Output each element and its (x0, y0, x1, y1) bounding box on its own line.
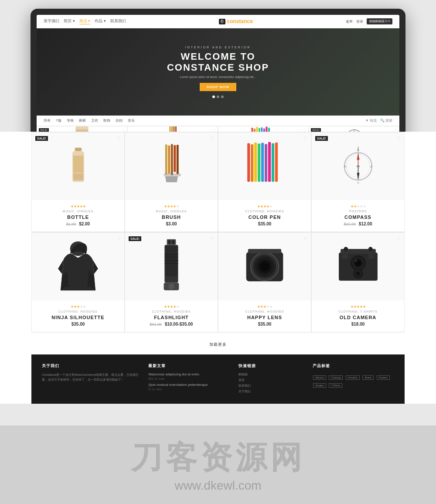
cat-shoes[interactable]: 鞋饰 (103, 118, 110, 123)
svg-text:W: W (344, 165, 346, 168)
cat-pants[interactable]: 裤裤 (79, 118, 86, 123)
tag-hoodies[interactable]: Hoodies (346, 375, 360, 380)
flashlight-category: CLOTHING, HOODIES (130, 310, 212, 313)
products-section: SALE! ♡ ★★★★★ MUSIC, SINGLES BOTTLE $1.0… (0, 132, 436, 404)
nav-item-4[interactable]: 作品 ▾ (95, 18, 106, 24)
tag-clothing[interactable]: Clothing (329, 375, 343, 380)
compass-original-price: $21.00 (344, 222, 356, 226)
footer-links-title: 快速链接 (238, 363, 304, 369)
compass-svg: N S W E (342, 141, 375, 191)
footer-link-login[interactable]: 登录 (238, 378, 304, 382)
ninja-name: NINJA SILHOUETTE (37, 315, 119, 320)
product-card-camera: ♡ (311, 232, 405, 332)
brush-svg (157, 141, 186, 191)
product-card-bottle: SALE! ♡ ★★★★★ MUSIC, SINGLES BOTTLE $1.0… (31, 132, 125, 232)
flashlight-info: ★★★★★ CLOTHING, HOODIES FLASHLIGHT $31.0… (125, 300, 218, 332)
hero-description: Lorem ipsum dolor sit amet, consectetur … (180, 75, 256, 78)
svg-text:S: S (357, 181, 359, 184)
svg-rect-33 (261, 143, 264, 182)
tag-posters[interactable]: Posters (377, 375, 390, 380)
footer-link-contact[interactable]: 联系我们 (238, 384, 304, 388)
nav-item-2[interactable]: 简历 ▾ (64, 18, 75, 24)
svg-rect-51 (167, 239, 176, 245)
cat-tshirt[interactable]: T恤 (56, 118, 61, 123)
hero-dot-3[interactable] (221, 95, 224, 98)
search-btn[interactable]: 🔍 搜索 (380, 118, 392, 123)
nav-cart[interactable]: 购物购物袋 0 ≡ (367, 18, 392, 24)
hero-section: INTERIOR AND EXTERIOR WELCOME TOCONSTANC… (37, 28, 399, 116)
svg-rect-24 (170, 144, 173, 175)
colorpen-wishlist[interactable]: ♡ (303, 136, 307, 141)
colorpen-price: $35.00 (224, 221, 306, 226)
sale-badge-4: SALE! (311, 128, 321, 132)
cat-hoodie[interactable]: 卫衣 (91, 118, 98, 123)
svg-rect-58 (164, 259, 178, 261)
watermark-line2: www.dkewl.com (174, 479, 261, 493)
nav-login[interactable]: 登录 (356, 19, 363, 24)
tag-albums[interactable]: Albums (313, 375, 326, 380)
svg-rect-35 (268, 142, 271, 182)
svg-rect-30 (251, 144, 253, 182)
brush-sale-price: $3.00 (166, 221, 177, 226)
nav-right: 速率 登录 购物购物袋 0 ≡ (346, 18, 392, 24)
hero-dot-2[interactable] (217, 95, 219, 98)
shop-now-button[interactable]: SHOP NOW (200, 83, 236, 91)
tag-singles[interactable]: Singles (313, 383, 326, 388)
svg-rect-57 (164, 256, 178, 258)
svg-marker-45 (357, 173, 359, 180)
footer-tags: 产品标签 Albums Clothing Hoodies Music Poste… (313, 363, 394, 395)
nav-item-5[interactable]: 联系我们 (110, 18, 126, 24)
lens-price: $35.00 (224, 322, 306, 327)
nav-item-3[interactable]: 商店 ▾ (79, 18, 91, 24)
bottle-price: $1.00 $2.00 (37, 221, 119, 226)
footer-link-about[interactable]: 关于我们 (238, 389, 304, 394)
svg-point-74 (368, 247, 372, 251)
nav-item-1[interactable]: 美字偶们 (44, 18, 59, 24)
lens-name: HAPPY LENS (224, 315, 306, 320)
bottle-wishlist[interactable]: ♡ (117, 136, 121, 141)
brush-category: MUSIC, SINGLES (130, 210, 212, 213)
lens-wishlist[interactable]: ♡ (303, 236, 307, 241)
tag-tshirts[interactable]: T-Shirts (329, 383, 342, 388)
svg-rect-56 (164, 253, 178, 255)
tag-music[interactable]: Music (362, 375, 374, 380)
camera-wishlist[interactable]: ♡ (397, 236, 401, 241)
nav-logo-icon: © (219, 19, 225, 24)
flashlight-wishlist[interactable]: ♡ (210, 236, 214, 241)
compass-wishlist[interactable]: ♡ (397, 136, 401, 141)
flashlight-stars: ★★★★★ (130, 305, 212, 309)
compass-name: COMPASS (317, 215, 399, 220)
bottle-image-area: SALE! ♡ (32, 133, 124, 200)
site-nav: 美字偶们 简历 ▾ 商店 ▾ 作品 ▾ 联系我们 © constance 速率 … (37, 15, 399, 28)
post-1-date: 四月 04, 2016 (148, 377, 230, 381)
nav-left: 美字偶们 简历 ▾ 商店 ▾ 作品 ▾ 联系我们 (44, 18, 126, 24)
svg-rect-27 (164, 174, 181, 177)
cat-album[interactable]: 专辑 (67, 118, 74, 123)
colorpen-name: COLOR PEN (224, 215, 306, 220)
svg-rect-53 (172, 240, 174, 244)
flashlight-original-price: $31.00 (150, 322, 162, 327)
cat-selfie[interactable]: 自拍 (116, 118, 123, 123)
nav-speed[interactable]: 速率 (346, 19, 353, 24)
category-bar: 所有 T恤 专辑 裤裤 卫衣 鞋饰 自拍 音乐 ▼ 筛选 🔍 搜索 (37, 116, 399, 126)
cat-all[interactable]: 所有 (44, 118, 51, 123)
filter-btn[interactable]: ▼ 筛选 (365, 118, 377, 123)
brush-wishlist[interactable]: ♡ (210, 136, 214, 141)
cat-music[interactable]: 音乐 (128, 118, 135, 123)
footer-quick-links: 快速链接 购物袋 登录 联系我们 关于我们 (238, 363, 304, 395)
svg-rect-36 (272, 143, 274, 181)
ninja-svg (56, 238, 100, 295)
load-more-button[interactable]: 加载更多 (209, 342, 227, 347)
hero-dot-1[interactable] (212, 95, 215, 98)
laptop-screen: 美字偶们 简历 ▾ 商店 ▾ 作品 ▾ 联系我们 © constance 速率 … (37, 15, 399, 150)
ninja-wishlist[interactable]: ♡ (117, 236, 121, 241)
footer-link-cart[interactable]: 购物袋 (238, 372, 304, 377)
svg-rect-31 (254, 143, 257, 182)
footer-tags-title: 产品标签 (313, 363, 394, 369)
lens-svg (241, 239, 289, 294)
flashlight-image-area: SALE! ♡ (125, 233, 218, 300)
camera-price: $18.00 (317, 322, 399, 327)
nav-logo: © constance (219, 18, 253, 24)
post-2-date: 月 23, 2014 (148, 388, 230, 392)
colorpen-info: ★★★★★ CLOTHING, HOODIES COLOR PEN $35.00 (218, 200, 311, 232)
